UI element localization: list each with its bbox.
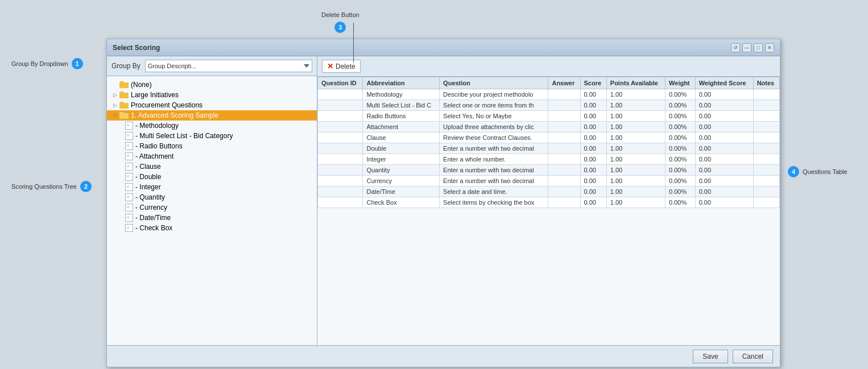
doc-icon-quantity: [125, 193, 133, 201]
group-by-dropdown[interactable]: Group Descripti...: [145, 60, 312, 72]
tree-toggle-none: [111, 81, 118, 88]
tree-item-procurement-questions[interactable]: ▷ Procurement Questions: [107, 100, 317, 110]
annotation-delete-line: [353, 23, 354, 63]
dialog-controls: ↺ — □ ✕: [731, 43, 774, 52]
table-cell: 0.00%: [666, 176, 696, 186]
table-cell: [753, 132, 779, 143]
tree-item-radio-buttons[interactable]: - Radio Buttons: [107, 141, 317, 151]
toolbar: ✕ Delete: [317, 56, 780, 77]
table-cell: Describe your project methodolo: [440, 89, 548, 100]
table-row[interactable]: DoubleEnter a number with two decimal0.0…: [318, 143, 780, 154]
table-cell: 0.00%: [666, 132, 696, 143]
tree-text-currency: - Currency: [135, 204, 167, 212]
table-cell: Multi Select List - Bid C: [363, 100, 440, 111]
table-cell: 0.00: [580, 122, 606, 132]
tree-item-integer[interactable]: - Integer: [107, 182, 317, 192]
annotation-group-by: Group By Dropdown 1: [11, 58, 83, 69]
cancel-button[interactable]: Cancel: [733, 350, 773, 363]
tree-text-attachment: - Attachment: [135, 152, 173, 160]
table-cell: 1.00: [606, 186, 665, 197]
tree-text-datetime: - Date/Time: [135, 214, 171, 222]
dialog-minimize-button[interactable]: —: [742, 43, 751, 52]
dialog-refresh-button[interactable]: ↺: [731, 43, 740, 52]
tree-item-checkbox[interactable]: - Check Box: [107, 223, 317, 233]
tree-item-clause[interactable]: - Clause: [107, 161, 317, 172]
table-cell: [318, 197, 363, 208]
table-cell: Check Box: [363, 197, 440, 208]
tree-item-methodology[interactable]: - Methodology: [107, 121, 317, 131]
table-cell: 0.00: [580, 176, 606, 186]
right-panel: ✕ Delete Question ID Abbreviation Questi…: [317, 56, 780, 345]
doc-icon-clause: [125, 163, 133, 171]
table-cell: Select a date and time.: [440, 186, 548, 197]
table-cell: 1.00: [606, 165, 665, 176]
tree-item-datetime[interactable]: - Date/Time: [107, 213, 317, 223]
doc-icon-double: [125, 173, 133, 181]
tree-item-none[interactable]: (None): [107, 80, 317, 90]
group-by-bar: Group By Group Descripti...: [107, 56, 317, 76]
table-cell: 0.00: [580, 165, 606, 176]
save-button[interactable]: Save: [693, 350, 728, 363]
table-cell: [753, 165, 779, 176]
table-cell: 0.00: [695, 165, 753, 176]
table-cell: 0.00: [695, 100, 753, 111]
group-by-label: Group By: [111, 62, 140, 70]
dialog-maximize-button[interactable]: □: [754, 43, 763, 52]
table-cell: [753, 111, 779, 122]
table-cell: 0.00: [695, 111, 753, 122]
col-header-question-id: Question ID: [318, 77, 363, 89]
table-header-row: Question ID Abbreviation Question Answer…: [318, 77, 780, 89]
table-row[interactable]: AttachmentUpload three attachments by cl…: [318, 122, 780, 132]
tree-item-advanced-scoring[interactable]: ▽ 1. Advanced Scoring Sample: [107, 110, 317, 121]
select-scoring-dialog: Select Scoring ↺ — □ ✕ Group By Group De…: [106, 39, 780, 367]
tree-item-multi-select[interactable]: - Multi Select List - Bid Category: [107, 131, 317, 141]
table-row[interactable]: QuantityEnter a number with two decimal0…: [318, 165, 780, 176]
delete-x-icon: ✕: [327, 62, 333, 71]
table-cell: Quantity: [363, 165, 440, 176]
table-cell: [548, 122, 580, 132]
table-cell: Enter a number with two decimal: [440, 176, 548, 186]
dialog-close-button[interactable]: ✕: [765, 43, 774, 52]
table-row[interactable]: Multi Select List - Bid CSelect one or m…: [318, 100, 780, 111]
table-cell: 0.00%: [666, 100, 696, 111]
tree-text-double: - Double: [135, 173, 161, 181]
tree-item-quantity[interactable]: - Quantity: [107, 192, 317, 202]
table-cell: [753, 122, 779, 132]
table-row[interactable]: IntegerEnter a whole number.0.001.000.00…: [318, 154, 780, 165]
table-cell: 0.00: [580, 89, 606, 100]
table-cell: 1.00: [606, 176, 665, 186]
table-cell: 0.00: [695, 186, 753, 197]
table-row[interactable]: CurrencyEnter a number with two decimal0…: [318, 176, 780, 186]
tree-item-double[interactable]: - Double: [107, 172, 317, 182]
delete-button[interactable]: ✕ Delete: [322, 60, 361, 73]
table-row[interactable]: Date/TimeSelect a date and time.0.001.00…: [318, 186, 780, 197]
table-cell: [753, 186, 779, 197]
table-cell: Clause: [363, 132, 440, 143]
tree-text-quantity: - Quantity: [135, 193, 165, 201]
table-row[interactable]: ClauseReview these Contract Clauses.0.00…: [318, 132, 780, 143]
annotation-scoring-tree-number: 2: [80, 181, 92, 192]
questions-table: Question ID Abbreviation Question Answer…: [317, 77, 780, 208]
annotation-scoring-tree: Scoring Questions Tree 2: [11, 181, 92, 192]
tree-item-currency[interactable]: - Currency: [107, 202, 317, 213]
table-cell: 0.00%: [666, 197, 696, 208]
table-cell: [318, 165, 363, 176]
doc-icon-checkbox: [125, 224, 133, 232]
table-cell: 0.00: [695, 132, 753, 143]
table-cell: Select one or more items from th: [440, 100, 548, 111]
table-row[interactable]: MethodologyDescribe your project methodo…: [318, 89, 780, 100]
col-header-weighted-score: Weighted Score: [695, 77, 753, 89]
annotation-scoring-tree-label: Scoring Questions Tree: [11, 183, 77, 190]
table-cell: [753, 176, 779, 186]
tree-text-radio-buttons: - Radio Buttons: [135, 142, 183, 150]
table-row[interactable]: Radio ButtonsSelect Yes, No or Maybe0.00…: [318, 111, 780, 122]
table-cell: [548, 154, 580, 165]
tree-item-large-initiatives[interactable]: ▷ Large Initiatives: [107, 90, 317, 100]
annotation-delete-label: Delete Button: [321, 11, 359, 18]
left-panel: Group By Group Descripti... (None) ▷: [107, 56, 317, 345]
table-body: MethodologyDescribe your project methodo…: [318, 89, 780, 208]
table-row[interactable]: Check BoxSelect items by checking the bo…: [318, 197, 780, 208]
tree-item-attachment[interactable]: - Attachment: [107, 151, 317, 161]
tree-text-clause: - Clause: [135, 163, 161, 171]
table-cell: [753, 197, 779, 208]
